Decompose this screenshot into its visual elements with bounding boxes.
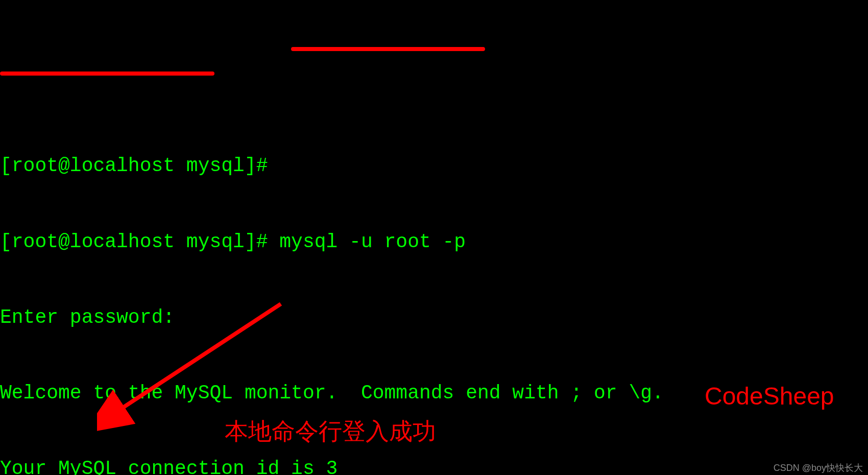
annotation-brand-label: CodeSheep bbox=[705, 381, 834, 412]
terminal-line: [root@localhost mysql]# bbox=[0, 153, 868, 178]
underline-annotation-command bbox=[291, 47, 485, 51]
terminal-line: Your MySQL connection id is 3 bbox=[0, 456, 868, 475]
annotation-success-label: 本地命令行登入成功 bbox=[225, 416, 436, 447]
terminal-line: [root@localhost mysql]# mysql -u root -p bbox=[0, 229, 868, 254]
watermark-label: CSDN @boy快快长大 bbox=[774, 462, 863, 474]
terminal-line: Enter password: bbox=[0, 305, 868, 330]
underline-annotation-password bbox=[0, 72, 214, 76]
